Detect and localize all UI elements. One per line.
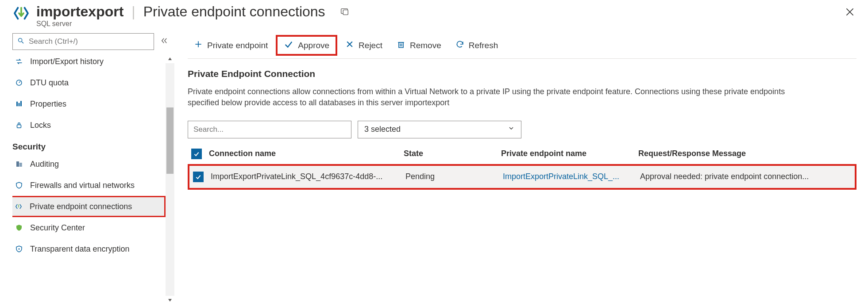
properties-icon (14, 100, 24, 108)
page-header: importexport | Private endpoint connecti… (0, 0, 868, 30)
shield-icon (14, 181, 24, 189)
encryption-icon (14, 245, 24, 253)
svg-rect-13 (17, 125, 21, 128)
svg-rect-14 (16, 161, 19, 167)
resource-type: SQL server (36, 20, 844, 28)
section-title: Private Endpoint Connection (188, 69, 856, 79)
auditing-icon (14, 160, 24, 168)
sidebar-item-label: Security Center (30, 223, 85, 233)
security-center-icon (14, 224, 24, 232)
svg-rect-11 (19, 103, 20, 107)
column-selector[interactable]: 3 selected (358, 121, 521, 138)
sidebar-item-tde[interactable]: Transparent data encryption (12, 238, 166, 260)
grid-search-input[interactable] (193, 125, 346, 134)
collapse-sidebar-icon[interactable] (160, 37, 168, 47)
search-icon (17, 37, 24, 46)
svg-marker-18 (168, 57, 172, 60)
reject-button[interactable]: Reject (339, 37, 389, 54)
select-all-checkbox[interactable] (191, 149, 202, 159)
svg-rect-2 (343, 10, 348, 15)
sidebar-item-label: DTU quota (30, 78, 69, 88)
column-header-pe-name[interactable]: Private endpoint name (501, 149, 638, 158)
cell-message: Approval needed: private endpoint connec… (640, 172, 855, 181)
button-label: Approve (298, 41, 329, 50)
svg-point-17 (19, 249, 20, 250)
row-checkbox[interactable] (193, 172, 204, 182)
scrollbar-thumb[interactable] (166, 107, 174, 174)
new-private-endpoint-button[interactable]: Private endpoint (188, 37, 274, 54)
sidebar-scrollbar[interactable] (166, 54, 174, 305)
cell-private-endpoint-link[interactable]: ImportExportPrivateLink_SQL_... (503, 172, 640, 181)
sidebar-item-security-center[interactable]: Security Center (12, 217, 166, 238)
pin-icon[interactable] (339, 7, 349, 17)
button-label: Remove (410, 41, 441, 50)
sidebar-section-security: Security (12, 142, 166, 152)
sidebar-item-dtu-quota[interactable]: DTU quota (12, 72, 166, 93)
scroll-down-icon[interactable] (166, 296, 174, 305)
lock-icon (14, 121, 24, 129)
check-icon (284, 39, 293, 51)
connections-grid: Connection name State Private endpoint n… (188, 144, 856, 190)
cell-connection-name: ImportExportPrivateLink_SQL_4cf9637c-4dd… (211, 172, 405, 181)
sidebar-item-label: Transparent data encryption (30, 245, 129, 254)
remove-button[interactable]: Remove (390, 37, 448, 54)
svg-line-6 (22, 42, 23, 43)
page-title: Private endpoint connections (143, 4, 325, 20)
scroll-up-icon[interactable] (166, 54, 174, 63)
sidebar-item-label: Auditing (30, 160, 59, 169)
button-label: Reject (359, 41, 382, 50)
svg-rect-10 (16, 102, 18, 107)
approve-button[interactable]: Approve (276, 35, 337, 56)
scrollbar-track[interactable] (166, 63, 174, 296)
column-header-state[interactable]: State (404, 149, 501, 158)
sidebar-item-label: Private endpoint connections (30, 202, 132, 211)
sidebar-item-import-export-history[interactable]: Import/Export history (12, 53, 166, 72)
main-content: Private endpoint Approve Reject Remove (174, 30, 868, 305)
sidebar-item-label: Import/Export history (30, 57, 104, 66)
title-separator: | (131, 4, 135, 20)
svg-point-5 (19, 38, 22, 42)
sidebar-search-input[interactable] (29, 37, 149, 46)
resource-name: importexport (36, 4, 123, 20)
refresh-icon (455, 40, 464, 51)
column-header-message[interactable]: Request/Response Message (638, 149, 856, 158)
sidebar: Deleted databases Import/Export history … (0, 30, 174, 305)
sidebar-item-locks[interactable]: Locks (12, 115, 166, 136)
import-export-icon (14, 57, 24, 65)
sidebar-item-label: Locks (30, 121, 51, 130)
svg-rect-12 (20, 101, 22, 106)
sidebar-search[interactable] (12, 33, 154, 50)
plus-icon (194, 40, 203, 51)
sidebar-item-label: Properties (30, 99, 66, 109)
gauge-icon (14, 79, 24, 87)
button-label: Refresh (469, 41, 498, 50)
x-icon (345, 40, 354, 51)
sidebar-item-firewalls[interactable]: Firewalls and virtual networks (12, 175, 166, 196)
svg-line-9 (19, 81, 20, 83)
button-label: Private endpoint (207, 41, 268, 50)
grid-search[interactable] (188, 121, 351, 138)
command-bar: Private endpoint Approve Reject Remove (188, 32, 856, 59)
svg-marker-19 (168, 299, 172, 302)
chevron-down-icon (508, 125, 515, 134)
close-icon[interactable] (844, 6, 856, 18)
cell-state: Pending (405, 172, 503, 181)
svg-rect-24 (399, 42, 403, 48)
grid-row-highlight: ImportExportPrivateLink_SQL_4cf9637c-4dd… (188, 164, 856, 190)
sidebar-item-private-endpoint-connections[interactable]: Private endpoint connections (12, 196, 166, 217)
trash-icon (397, 40, 405, 51)
section-description: Private endpoint connections allow conne… (188, 86, 794, 108)
sidebar-item-label: Firewalls and virtual networks (30, 181, 135, 190)
sql-server-icon (12, 4, 30, 22)
column-header-name[interactable]: Connection name (209, 149, 404, 158)
private-endpoint-icon (14, 203, 23, 210)
sidebar-item-auditing[interactable]: Auditing (12, 153, 166, 175)
table-row[interactable]: ImportExportPrivateLink_SQL_4cf9637c-4dd… (189, 167, 855, 187)
sidebar-item-properties[interactable]: Properties (12, 93, 166, 115)
svg-rect-15 (19, 163, 22, 167)
refresh-button[interactable]: Refresh (449, 37, 505, 54)
column-selector-label: 3 selected (364, 125, 401, 134)
